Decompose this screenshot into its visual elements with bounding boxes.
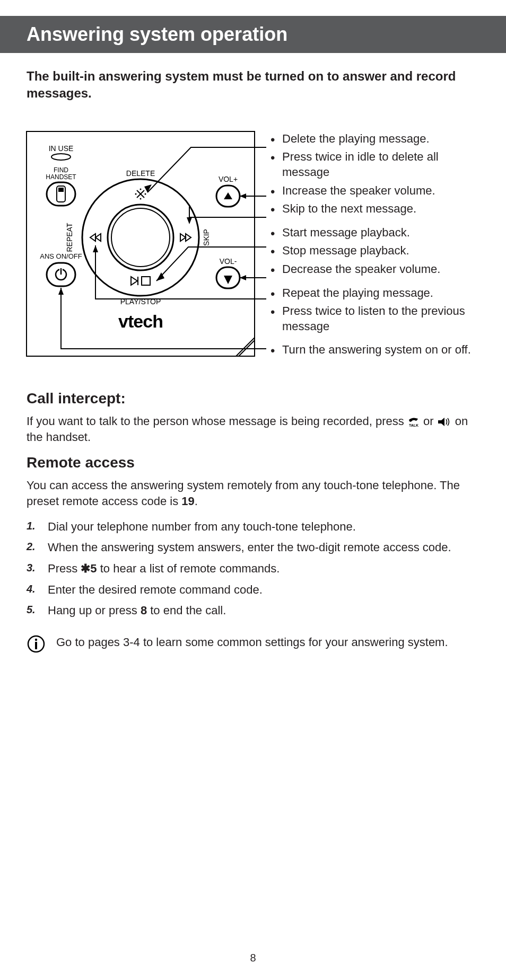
step-3-key: ✱5 (81, 562, 97, 575)
call-intercept-heading: Call intercept: (27, 390, 479, 407)
step-3-b: to hear a list of remote commands. (97, 562, 280, 575)
annot-volup: Increase the speaker volume. (271, 183, 479, 199)
step-5-b: to end the call. (147, 604, 226, 617)
svg-point-12 (145, 193, 146, 195)
dial-outer (82, 179, 199, 296)
device-diagram: IN USE FIND HANDSET ANS ON/OFF DELETE (27, 131, 255, 359)
annot-skip: Skip to the next message. (271, 201, 479, 217)
svg-marker-21 (240, 193, 246, 199)
down-arrow-icon (224, 276, 232, 284)
ra-code: 19 (181, 495, 194, 508)
diagram-annotation-row: IN USE FIND HANDSET ANS ON/OFF DELETE (27, 131, 479, 361)
svg-point-11 (135, 193, 137, 195)
step-5-a: Hang up or press (48, 604, 141, 617)
svg-marker-15 (180, 234, 186, 241)
svg-rect-19 (142, 277, 150, 285)
remote-access-heading: Remote access (27, 454, 479, 471)
svg-point-10 (140, 198, 142, 199)
step-2-text: When the answering system answers, enter… (48, 541, 451, 554)
annot-play-1: Start message playback. (271, 225, 479, 241)
svg-text:TALK: TALK (409, 423, 418, 427)
svg-marker-17 (131, 277, 137, 285)
remote-access-intro: You can access the answering system remo… (27, 478, 479, 509)
step-1: 1.Dial your telephone number from any to… (27, 519, 479, 535)
annot-voldown: Decrease the speaker volume. (271, 262, 479, 277)
play-stop-icon (131, 277, 150, 285)
volplus-label: VOL+ (219, 175, 238, 183)
ci-text-1: If you want to talk to the person whose … (27, 414, 407, 428)
info-icon (27, 634, 46, 654)
delete-x-icon (135, 188, 146, 199)
annot-repeat-2: Press twice to listen to the previous me… (271, 304, 479, 334)
svg-rect-30 (35, 642, 37, 649)
svg-line-1 (236, 338, 255, 356)
ans-onoff-label: ANS ON/OFF (40, 252, 82, 260)
rewind-icon (90, 234, 101, 241)
in-use-label: IN USE (49, 144, 74, 153)
section-header: Answering system operation (0, 16, 506, 53)
step-4-text: Enter the desired remote command code. (48, 583, 263, 596)
svg-point-3 (51, 154, 71, 160)
step-5-key: 8 (141, 604, 147, 617)
step-3-a: Press (48, 562, 81, 575)
annot-play-2: Stop message playback. (271, 243, 479, 259)
annot-ans: Turn the answering system on or off. (271, 342, 479, 358)
step-1-text: Dial your telephone number from any touc… (48, 520, 356, 533)
skip-label: SKIP (202, 229, 211, 246)
svg-marker-25 (93, 245, 98, 252)
svg-marker-22 (187, 217, 192, 224)
svg-marker-26 (58, 288, 64, 295)
find-handset-label-1: FIND (54, 166, 68, 174)
svg-rect-4 (58, 188, 64, 192)
up-arrow-icon (224, 192, 232, 199)
ra-intro-1: You can access the answering system remo… (27, 479, 460, 508)
brand-label: vtech (118, 311, 163, 331)
svg-point-29 (35, 639, 37, 641)
volminus-label: VOL- (220, 257, 237, 266)
svg-marker-24 (240, 275, 246, 280)
talk-icon: TALK (407, 417, 420, 427)
forward-icon (180, 234, 191, 241)
step-4: 4.Enter the desired remote command code. (27, 582, 479, 598)
svg-point-9 (140, 188, 142, 190)
speaker-icon (437, 417, 452, 427)
repeat-label: REPEAT (65, 223, 74, 252)
annot-delete-2: Press twice in idle to delete all messag… (271, 149, 479, 180)
page-number: 8 (0, 952, 506, 964)
info-tip-row: Go to pages 3-4 to learn some common set… (27, 634, 479, 654)
step-3: 3.Press ✱5 to hear a list of remote comm… (27, 561, 479, 577)
annot-delete-1: Delete the playing message. (271, 131, 479, 147)
ra-intro-2: . (195, 495, 198, 508)
dial-inner (108, 205, 173, 270)
step-2: 2.When the answering system answers, ent… (27, 540, 479, 555)
remote-access-steps: 1.Dial your telephone number from any to… (27, 519, 479, 619)
call-intercept-text: If you want to talk to the person whose … (27, 413, 479, 445)
ci-text-2: or (420, 414, 437, 428)
delete-label: DELETE (126, 169, 155, 178)
dial-inner-2 (111, 208, 170, 267)
info-tip-text: Go to pages 3-4 to learn some common set… (56, 634, 448, 650)
svg-marker-14 (95, 234, 101, 241)
find-handset-label-2: HANDSET (46, 173, 76, 181)
annotation-list: Delete the playing message. Press twice … (271, 131, 479, 361)
annot-repeat-1: Repeat the playing message. (271, 286, 479, 301)
lead-text: The built-in answering system must be tu… (27, 68, 479, 102)
step-5: 5.Hang up or press 8 to end the call. (27, 603, 479, 619)
